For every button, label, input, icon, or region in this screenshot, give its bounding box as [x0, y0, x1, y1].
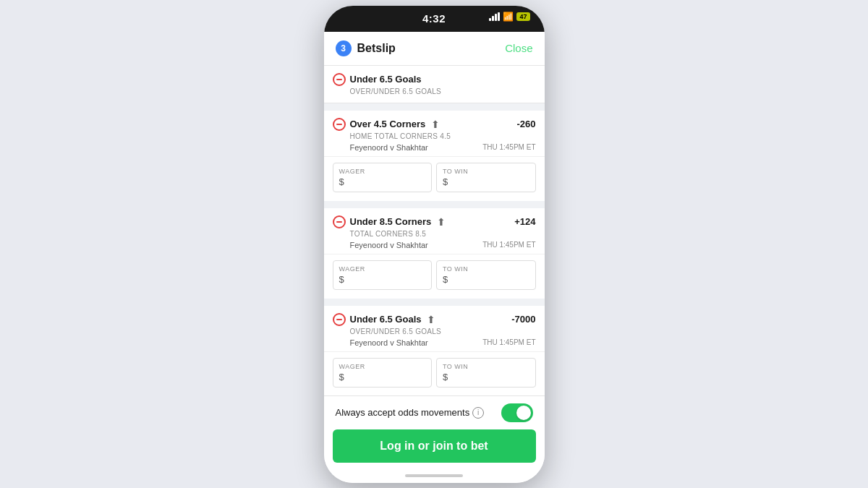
bet-3-wager-field[interactable]: WAGER $: [333, 260, 433, 290]
bet-2-towin-field[interactable]: TO WIN $: [436, 163, 536, 192]
bet-4-match-row: Feyenoord v Shakhtar THU 1:45PM ET: [350, 338, 536, 347]
bet-4-match: Feyenoord v Shakhtar: [350, 338, 428, 347]
bet-title-row-4: Under 6.5 Goals ⬆︎ -7000: [333, 313, 536, 326]
bet-title-row-1: Under 6.5 Goals: [333, 73, 536, 86]
bet-2-towin-value: $: [443, 176, 529, 187]
battery-indicator: 47: [516, 12, 529, 21]
odds-movement-toggle[interactable]: [501, 403, 533, 422]
bet-card-1: Under 6.5 Goals OVER/UNDER 6.5 GOALS: [324, 66, 545, 103]
status-icons: 📶 47: [489, 12, 529, 22]
share-icon-3[interactable]: ⬆︎: [437, 216, 446, 228]
bet-card-2: Over 4.5 Corners ⬆︎ -260 HOME TOTAL CORN…: [324, 111, 545, 201]
wifi-icon: 📶: [503, 12, 514, 22]
bet-3-wager-label: WAGER: [339, 265, 426, 273]
bet-4-wager-row: WAGER $ TO WIN $: [324, 352, 545, 395]
odds-label-row: Always accept odds movements i: [336, 407, 485, 419]
betslip-header: 3 Betslip Close: [324, 32, 545, 66]
bet-2-wager-value: $: [339, 176, 426, 187]
bet-4-towin-value: $: [443, 372, 529, 382]
minus-icon: [336, 79, 342, 80]
bet-4-wager-field[interactable]: WAGER $: [333, 358, 433, 388]
bet-3-header: Under 8.5 Corners ⬆︎ +124 TOTAL CORNERS …: [324, 208, 545, 254]
bet-card-3: Under 8.5 Corners ⬆︎ +124 TOTAL CORNERS …: [324, 208, 545, 299]
bet-3-name: Under 8.5 Corners: [350, 216, 432, 227]
odds-movement-row: Always accept odds movements i: [324, 395, 545, 429]
bet-4-name: Under 6.5 Goals: [350, 314, 422, 325]
bet-title-left-3: Under 8.5 Corners ⬆︎: [333, 215, 446, 228]
bet-2-subtitle: HOME TOTAL CORNERS 4.5: [350, 132, 536, 140]
bet-2-header: Over 4.5 Corners ⬆︎ -260 HOME TOTAL CORN…: [324, 111, 545, 157]
login-join-button[interactable]: Log in or join to bet: [333, 429, 536, 463]
bet-3-wager-row: WAGER $ TO WIN $: [324, 254, 545, 299]
status-time: 4:32: [422, 12, 446, 25]
bet-3-towin-label: TO WIN: [443, 265, 529, 273]
bet-title-left-4: Under 6.5 Goals ⬆︎: [333, 313, 436, 326]
bet-title-row-3: Under 8.5 Corners ⬆︎ +124: [333, 215, 536, 228]
bet-count-badge: 3: [336, 40, 352, 56]
bet-4-towin-label: TO WIN: [443, 363, 529, 370]
bet-2-wager-row: WAGER $ TO WIN $: [324, 157, 545, 201]
bet-2-match: Feyenoord v Shakhtar: [350, 143, 428, 152]
bet-card-4: Under 6.5 Goals ⬆︎ -7000 OVER/UNDER 6.5 …: [324, 306, 545, 395]
betslip-title-group: 3 Betslip: [336, 40, 396, 56]
odds-movement-label: Always accept odds movements: [336, 407, 470, 418]
bet-title-left-1: Under 6.5 Goals: [333, 73, 422, 86]
remove-bet-3-button[interactable]: [333, 215, 346, 228]
bet-title-left-2: Over 4.5 Corners ⬆︎: [333, 118, 441, 131]
bet-4-header: Under 6.5 Goals ⬆︎ -7000 OVER/UNDER 6.5 …: [324, 306, 545, 352]
bet-3-subtitle: TOTAL CORNERS 8.5: [350, 230, 536, 238]
info-icon[interactable]: i: [472, 407, 484, 419]
bet-4-wager-value: $: [339, 372, 426, 382]
bet-3-towin-field[interactable]: TO WIN $: [436, 260, 536, 290]
bet-4-towin-field[interactable]: TO WIN $: [436, 358, 536, 388]
close-button[interactable]: Close: [505, 42, 532, 54]
share-icon-2[interactable]: ⬆︎: [431, 119, 440, 130]
home-indicator: [324, 471, 545, 483]
bet-1-name: Under 6.5 Goals: [350, 74, 422, 85]
bet-2-odds: -260: [516, 119, 535, 129]
bet-2-towin-label: TO WIN: [443, 168, 529, 175]
bottom-section: Always accept odds movements i Log in or…: [324, 395, 545, 483]
bet-1-subtitle: OVER/UNDER 6.5 GOALS: [350, 87, 536, 95]
toggle-knob: [516, 406, 531, 420]
bet-4-subtitle: OVER/UNDER 6.5 GOALS: [350, 328, 536, 335]
bet-3-odds: +124: [514, 216, 535, 227]
minus-icon-3: [336, 221, 342, 223]
bet-2-time: THU 1:45PM ET: [482, 143, 535, 151]
divider-2: [324, 202, 545, 208]
bet-3-match: Feyenoord v Shakhtar: [350, 241, 428, 249]
bet-4-time: THU 1:45PM ET: [482, 338, 535, 346]
bet-4-wager-label: WAGER: [339, 363, 426, 370]
bet-title-row-2: Over 4.5 Corners ⬆︎ -260: [333, 118, 536, 131]
divider-1: [324, 105, 545, 111]
betslip-title: Betslip: [357, 42, 396, 55]
share-icon-4[interactable]: ⬆︎: [427, 314, 435, 325]
minus-icon-4: [336, 319, 342, 320]
remove-bet-2-button[interactable]: [333, 118, 346, 131]
divider-3: [324, 300, 545, 306]
signal-icon: [489, 12, 500, 21]
bet-3-towin-value: $: [443, 274, 529, 285]
bet-2-match-row: Feyenoord v Shakhtar THU 1:45PM ET: [350, 143, 536, 152]
bet-2-name: Over 4.5 Corners: [350, 119, 426, 129]
home-bar: [405, 474, 463, 477]
bet-3-time: THU 1:45PM ET: [482, 241, 535, 249]
bet-2-wager-field[interactable]: WAGER $: [333, 163, 433, 192]
bet-3-match-row: Feyenoord v Shakhtar THU 1:45PM ET: [350, 241, 536, 249]
remove-bet-1-button[interactable]: [333, 73, 346, 86]
remove-bet-4-button[interactable]: [333, 313, 346, 326]
bet-2-wager-label: WAGER: [339, 168, 426, 175]
phone-frame: 4:32 📶 47 3 Betslip Close: [324, 6, 545, 483]
betslip-scroll-area: Under 6.5 Goals OVER/UNDER 6.5 GOALS Ove…: [324, 66, 545, 395]
bet-3-wager-value: $: [339, 274, 426, 285]
status-bar: 4:32 📶 47: [324, 6, 545, 32]
bet-4-odds: -7000: [511, 314, 535, 325]
minus-icon-2: [336, 124, 342, 125]
